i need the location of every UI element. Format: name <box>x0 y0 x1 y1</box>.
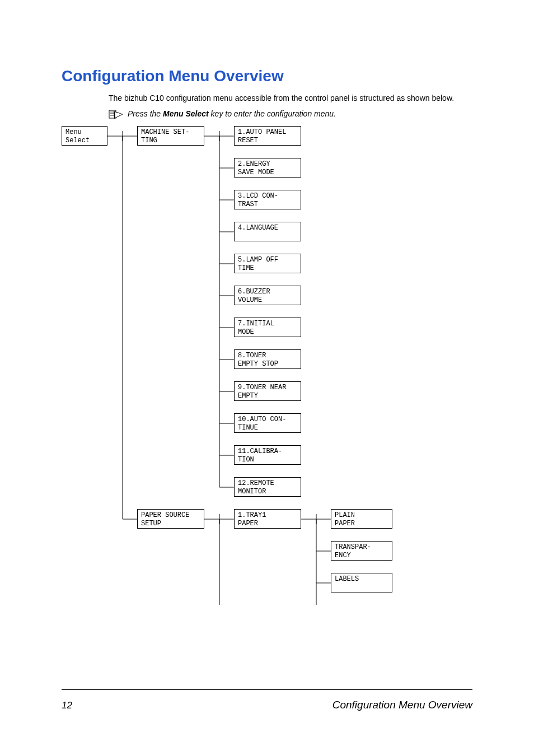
ms-7a: 7.INITIAL <box>238 320 297 328</box>
machine-setting-box: MACHINE SET- TING <box>137 126 204 146</box>
note-icon <box>109 109 124 119</box>
footer-page-title: Configuration Menu Overview <box>332 699 472 711</box>
ms-6b: VOLUME <box>238 296 297 305</box>
ms-2b: SAVE MODE <box>238 169 297 177</box>
ms-item-10: 10.AUTO CON-TINUE <box>234 413 301 433</box>
ms-6a: 6.BUZZER <box>238 288 297 296</box>
ms-item-9: 9.TONER NEAREMPTY <box>234 381 301 401</box>
page-title: Configuration Menu Overview <box>62 67 472 85</box>
machine-setting-l1: MACHINE SET- <box>141 128 200 137</box>
pt2a: TRANSPAR- <box>335 543 388 552</box>
pt1b: PAPER <box>335 520 388 528</box>
pt2b: ENCY <box>335 552 388 560</box>
ms-9a: 9.TONER NEAR <box>238 384 297 392</box>
footer-rule <box>62 689 472 690</box>
machine-setting-l2: TING <box>141 137 200 145</box>
ms-5b: TIME <box>238 264 297 273</box>
ms-item-5: 5.LAMP OFFTIME <box>234 254 301 273</box>
ms-11a: 11.CALIBRA- <box>238 447 297 456</box>
ms-10b: TINUE <box>238 424 297 432</box>
ms-item-2: 2.ENERGYSAVE MODE <box>234 158 301 178</box>
paper-type-1: PLAIN PAPER <box>331 509 392 529</box>
menu-select-box: Menu Select <box>62 126 107 146</box>
ms-item-11: 11.CALIBRA-TION <box>234 445 301 465</box>
ms-5a: 5.LAMP OFF <box>238 256 297 264</box>
paper-type-2: TRANSPAR- ENCY <box>331 541 392 561</box>
tray1-l2: PAPER <box>238 520 297 528</box>
menu-tree: Menu Select MACHINE SET- TING 1.AUTO PAN… <box>62 126 472 641</box>
ms-7b: MODE <box>238 328 297 337</box>
note-row: Press the Menu Select key to enter the c… <box>62 109 472 119</box>
ms-2a: 2.ENERGY <box>238 160 297 169</box>
paper-source-box: PAPER SOURCE SETUP <box>137 509 204 529</box>
ms-item-1: 1.AUTO PANELRESET <box>234 126 301 146</box>
paper-type-3: LABELS <box>331 573 392 592</box>
ms-10a: 10.AUTO CON- <box>238 416 297 424</box>
ms-item-4: 4.LANGUAGE <box>234 222 301 241</box>
page-number: 12 <box>62 700 72 711</box>
ms-item-8: 8.TONEREMPTY STOP <box>234 349 301 369</box>
ms-12b: MONITOR <box>238 488 297 496</box>
note-suffix: key to enter the configuration menu. <box>209 109 336 118</box>
paper-source-l2: SETUP <box>141 520 200 528</box>
ms-item-3: 3.LCD CON-TRAST <box>234 190 301 209</box>
ms-item-7: 7.INITIALMODE <box>234 318 301 337</box>
pt3a: LABELS <box>335 575 388 584</box>
note-bold: Menu Select <box>163 109 209 118</box>
note-prefix: Press the <box>128 109 163 118</box>
ms-4a: 4.LANGUAGE <box>238 224 297 232</box>
ms-8a: 8.TONER <box>238 352 297 360</box>
ms-3a: 3.LCD CON- <box>238 192 297 200</box>
paper-source-l1: PAPER SOURCE <box>141 511 200 520</box>
ms-item-6: 6.BUZZERVOLUME <box>234 286 301 305</box>
note-text: Press the Menu Select key to enter the c… <box>128 109 336 118</box>
ms-1a: 1.AUTO PANEL <box>238 128 297 137</box>
tray1-l1: 1.TRAY1 <box>238 511 297 520</box>
ms-9b: EMPTY <box>238 392 297 400</box>
menu-select-l2: Select <box>65 137 104 145</box>
ms-1b: RESET <box>238 137 297 145</box>
intro-text: The bizhub C10 configuration menu access… <box>109 93 472 104</box>
ms-item-12: 12.REMOTEMONITOR <box>234 477 301 497</box>
ms-12a: 12.REMOTE <box>238 479 297 488</box>
ms-11b: TION <box>238 456 297 464</box>
tray1-box: 1.TRAY1 PAPER <box>234 509 301 529</box>
ms-8b: EMPTY STOP <box>238 360 297 368</box>
ms-3b: TRAST <box>238 200 297 209</box>
page-footer: 12 Configuration Menu Overview <box>62 699 472 711</box>
pt1a: PLAIN <box>335 511 388 520</box>
menu-select-l1: Menu <box>65 128 104 137</box>
